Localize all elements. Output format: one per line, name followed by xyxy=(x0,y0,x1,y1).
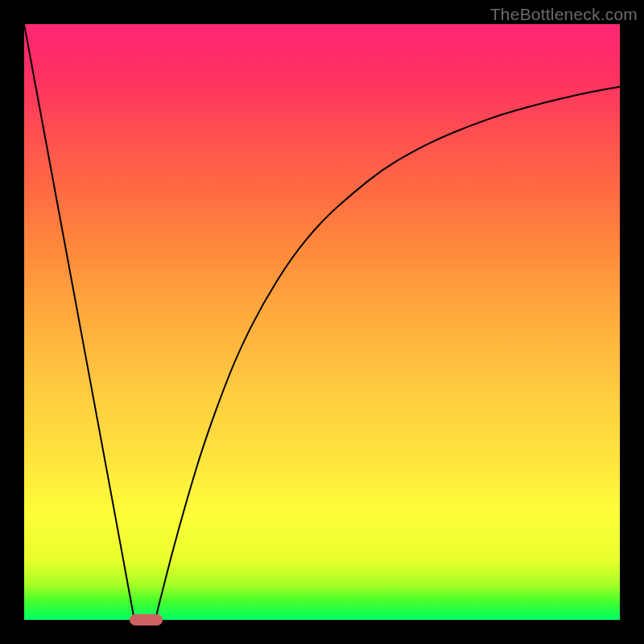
minimum-marker xyxy=(130,614,163,625)
curve-left-branch xyxy=(24,24,143,620)
watermark-text: TheBottleneck.com xyxy=(490,5,638,24)
plot-area xyxy=(24,24,620,620)
chart-frame: TheBottleneck.com xyxy=(0,0,644,644)
curve-right-branch xyxy=(155,87,620,620)
curve-svg xyxy=(24,24,620,620)
